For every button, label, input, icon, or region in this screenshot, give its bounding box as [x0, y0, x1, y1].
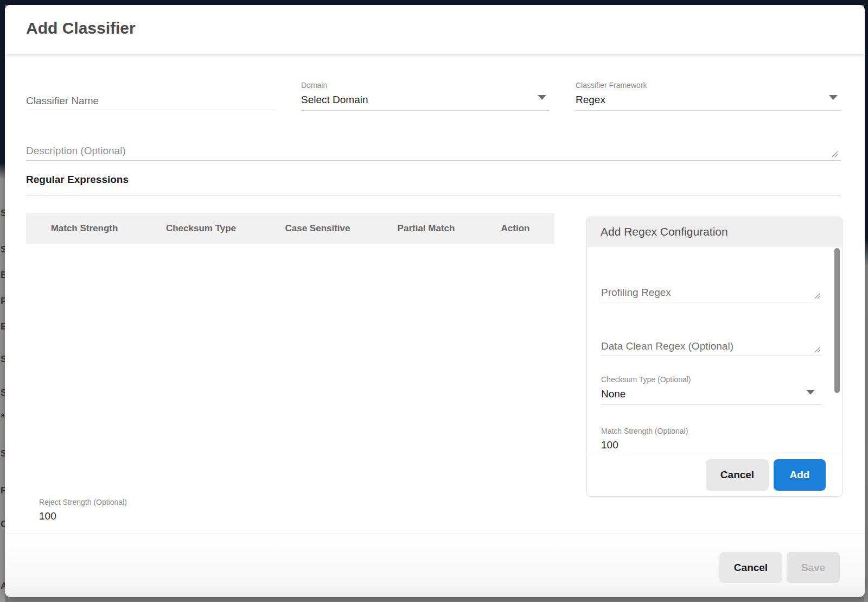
classifier-framework-label: Classifier Framework — [576, 81, 841, 90]
backdrop-text-fragment: E — [1, 270, 5, 281]
cancel-button[interactable]: Cancel — [719, 552, 782, 583]
domain-field: Domain Select Domain — [301, 81, 550, 111]
chevron-down-icon — [806, 390, 815, 395]
match-strength-field: Match Strength (Optional) — [601, 427, 821, 451]
backdrop-text-fragment: ai — [1, 411, 5, 419]
backdrop-text-fragment: F — [1, 485, 5, 496]
page-backdrop-right — [864, 0, 868, 602]
chevron-down-icon — [829, 95, 838, 100]
data-clean-regex-field — [601, 334, 821, 356]
checksum-type-select[interactable]: None — [601, 388, 821, 405]
domain-select-value: Select Domain — [301, 94, 550, 106]
checksum-type-label: Checksum Type (Optional) — [601, 375, 821, 384]
regular-expressions-heading: Regular Expressions — [26, 174, 129, 186]
reject-strength-field: Reject Strength (Optional) — [39, 498, 148, 522]
reject-strength-label: Reject Strength (Optional) — [39, 498, 148, 506]
checksum-type-field: Checksum Type (Optional) None — [601, 375, 821, 405]
resize-handle-icon[interactable] — [831, 150, 839, 158]
backdrop-text-fragment: S — [1, 244, 5, 255]
page-backdrop-topbar — [0, 0, 868, 5]
column-header-match-strength: Match Strength — [26, 223, 143, 234]
regex-panel-footer: Cancel Add — [587, 453, 842, 496]
resize-handle-icon[interactable] — [814, 346, 821, 353]
regex-panel-body: Checksum Type (Optional) None Match Stre… — [587, 246, 842, 453]
match-strength-label: Match Strength (Optional) — [601, 427, 821, 435]
modal-header: Add Classifier — [5, 5, 865, 54]
profiling-regex-field — [601, 280, 821, 302]
classifier-framework-field: Classifier Framework Regex — [576, 81, 841, 111]
add-classifier-modal: Add Classifier Domain Select Domain Clas… — [5, 5, 865, 597]
backdrop-text-fragment: S — [1, 448, 5, 459]
column-header-action: Action — [476, 223, 554, 234]
page-backdrop-left: S S E F E S S ai S F C A — [0, 0, 5, 602]
modal-footer: Cancel Save — [5, 534, 865, 597]
backdrop-text-fragment: S — [1, 354, 5, 365]
modal-title: Add Classifier — [26, 19, 136, 37]
domain-select[interactable]: Select Domain — [301, 94, 550, 111]
screen: S S E F E S S ai S F C A Add Classifier … — [0, 0, 868, 602]
save-button[interactable]: Save — [787, 552, 840, 583]
regex-panel-title: Add Regex Configuration — [587, 217, 842, 246]
column-header-checksum-type: Checksum Type — [143, 223, 259, 234]
regex-add-button[interactable]: Add — [774, 459, 826, 491]
resize-handle-icon[interactable] — [814, 292, 821, 300]
classifier-framework-select-value: Regex — [576, 94, 841, 106]
regex-table-header: Match Strength Checksum Type Case Sensit… — [26, 213, 554, 244]
data-clean-regex-input[interactable] — [601, 334, 813, 353]
backdrop-text-fragment: C — [1, 519, 5, 530]
classifier-framework-select[interactable]: Regex — [576, 94, 841, 111]
panel-scrollbar-thumb[interactable] — [834, 248, 840, 393]
column-header-partial-match: Partial Match — [376, 223, 476, 234]
classifier-name-field — [26, 92, 274, 110]
backdrop-text-fragment: F — [1, 296, 5, 307]
add-regex-configuration-panel: Add Regex Configuration Checksum Type (O… — [586, 217, 843, 497]
backdrop-text-fragment: S — [1, 208, 5, 219]
page-backdrop-bottom — [0, 597, 868, 602]
chevron-down-icon — [538, 95, 546, 100]
section-divider — [26, 195, 841, 196]
profiling-regex-input[interactable] — [601, 280, 813, 300]
backdrop-text-fragment: E — [1, 321, 5, 332]
classifier-name-input[interactable] — [26, 92, 274, 110]
description-field — [26, 142, 841, 161]
match-strength-input[interactable] — [601, 439, 710, 451]
checksum-type-select-value: None — [601, 388, 821, 400]
regex-cancel-button[interactable]: Cancel — [706, 459, 769, 491]
description-input[interactable] — [26, 142, 808, 160]
reject-strength-input[interactable] — [39, 510, 148, 522]
backdrop-text-fragment: S — [1, 388, 5, 398]
domain-label: Domain — [301, 81, 550, 90]
column-header-case-sensitive: Case Sensitive — [259, 223, 376, 234]
backdrop-text-fragment: A — [1, 581, 5, 592]
